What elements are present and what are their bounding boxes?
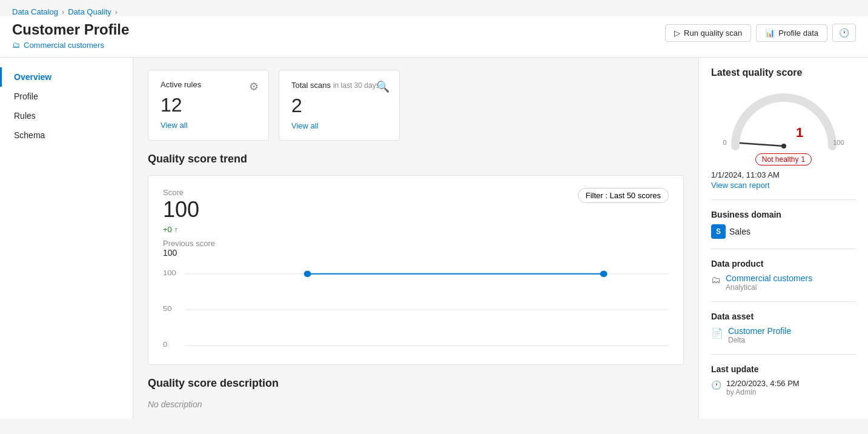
total-scans-subtitle: in last 30 days	[333, 81, 380, 90]
last-update-by: by Admin	[726, 388, 800, 396]
page-subtitle[interactable]: 🗂 Commercial customers	[12, 41, 129, 50]
sidebar-overview-label: Overview	[14, 72, 51, 82]
sidebar-profile-label: Profile	[14, 92, 38, 101]
page-header-right: ▷ Run quality scan 📊 Profile data 🕐	[665, 21, 856, 42]
profile-data-button[interactable]: 📊 Profile data	[756, 24, 827, 42]
chart-area: 100 50 0 12/30 1/1	[163, 267, 669, 352]
total-scans-card: Total scans in last 30 days 🔍 2 View all	[279, 70, 400, 141]
divider-1	[711, 199, 856, 200]
total-scans-icon: 🔍	[376, 80, 389, 93]
right-panel: Latest quality score 1 0 100 Not h	[698, 58, 868, 419]
history-button[interactable]: 🕐	[832, 24, 856, 42]
total-scans-title: Total scans	[291, 81, 331, 90]
gauge-wrapper: 1 0 100	[723, 85, 844, 146]
sidebar-item-overview[interactable]: Overview	[0, 67, 133, 87]
svg-line-10	[740, 143, 784, 146]
svg-point-11	[781, 144, 786, 149]
sidebar-item-rules[interactable]: Rules	[0, 106, 133, 125]
quality-description-text: No description	[148, 399, 684, 409]
main-content: Active rules ⚙ 12 View all Total scans i…	[133, 58, 698, 419]
page-title: Customer Profile	[12, 21, 129, 38]
domain-row: S Sales	[711, 224, 856, 239]
last-update-title: Last update	[711, 364, 856, 374]
data-product-title: Data product	[711, 259, 856, 269]
subtitle-icon: 🗂	[12, 41, 20, 50]
last-update-row: 🕐 12/20/2023, 4:56 PM by Admin	[711, 379, 856, 396]
active-rules-value: 12	[161, 94, 256, 116]
divider-3	[711, 301, 856, 302]
svg-text:50: 50	[163, 305, 172, 313]
data-asset-title: Data asset	[711, 312, 856, 321]
data-asset-icon: 📄	[711, 327, 723, 339]
change-direction: ↑	[174, 225, 178, 234]
run-quality-scan-button[interactable]: ▷ Run quality scan	[665, 24, 751, 42]
total-scans-title-group: Total scans in last 30 days	[291, 80, 387, 90]
quality-description-section: Quality score description No description	[148, 377, 684, 409]
prev-score-label: Previous score	[163, 239, 215, 248]
score-label: Score	[163, 188, 215, 197]
svg-text:1: 1	[796, 125, 803, 140]
last-update-info: 12/20/2023, 4:56 PM by Admin	[726, 379, 800, 396]
business-domain-title: Business domain	[711, 210, 856, 219]
stat-cards-row: Active rules ⚙ 12 View all Total scans i…	[148, 70, 684, 141]
scan-date: 1/1/2024, 11:03 AM	[711, 170, 856, 179]
active-rules-icon: ⚙	[249, 80, 259, 93]
data-product-name[interactable]: Commercial customers	[726, 273, 812, 283]
filter-button[interactable]: Filter : Last 50 scores	[578, 188, 669, 203]
data-asset-info: Customer Profile Delta	[728, 326, 791, 344]
sidebar-item-profile[interactable]: Profile	[0, 87, 133, 106]
chart-header: Score 100 +0 ↑ Previous score 100 Filter…	[163, 188, 669, 258]
quality-trend-chart: Score 100 +0 ↑ Previous score 100 Filter…	[148, 175, 684, 365]
data-asset-type: Delta	[728, 336, 791, 344]
profile-data-icon: 📊	[765, 28, 775, 38]
active-rules-view-all[interactable]: View all	[161, 121, 188, 130]
last-update-date: 12/20/2023, 4:56 PM	[726, 379, 800, 388]
domain-badge: S	[711, 224, 726, 239]
svg-point-7	[600, 270, 608, 277]
active-rules-card: Active rules ⚙ 12 View all	[148, 70, 269, 141]
sidebar-schema-label: Schema	[14, 130, 45, 140]
quality-trend-title: Quality score trend	[148, 153, 684, 165]
not-healthy-row: Not healthy 1	[711, 151, 856, 165]
latest-quality-score-title: Latest quality score	[711, 67, 856, 78]
gauge-container: 1 0 100	[711, 85, 856, 146]
score-value: 100	[163, 197, 215, 222]
sidebar: Overview Profile Rules Schema	[0, 58, 133, 419]
run-icon: ▷	[674, 28, 680, 38]
profile-data-label: Profile data	[778, 28, 818, 38]
main-layout: Overview Profile Rules Schema Active rul…	[0, 58, 868, 419]
svg-text:1/1: 1/1	[593, 351, 604, 352]
gauge-min: 0	[723, 139, 727, 146]
change-value: +0	[163, 225, 172, 234]
prev-score-value: 100	[163, 248, 215, 258]
last-update-icon: 🕐	[711, 380, 721, 390]
not-healthy-badge: Not healthy 1	[755, 153, 812, 165]
breadcrumb: Data Catalog › Data Quality ›	[0, 0, 868, 16]
active-rules-title: Active rules	[161, 80, 256, 89]
change-row: +0 ↑	[163, 225, 215, 234]
sidebar-rules-label: Rules	[14, 111, 36, 121]
data-asset-name[interactable]: Customer Profile	[728, 326, 791, 336]
breadcrumb-sep2: ›	[115, 7, 118, 16]
data-product-icon: 🗂	[711, 275, 721, 285]
gauge-max: 100	[833, 139, 844, 146]
svg-text:0: 0	[163, 341, 167, 349]
gauge-svg: 1	[723, 85, 844, 152]
subtitle-text: Commercial customers	[24, 41, 104, 50]
data-product-type: Analytical	[726, 283, 812, 292]
data-asset-row: 📄 Customer Profile Delta	[711, 326, 856, 344]
svg-point-6	[304, 270, 311, 277]
page-header-left: Customer Profile 🗂 Commercial customers	[12, 21, 129, 50]
total-scans-value: 2	[291, 95, 387, 117]
breadcrumb-data-quality[interactable]: Data Quality	[68, 7, 111, 16]
quality-description-title: Quality score description	[148, 377, 684, 390]
not-healthy-count: 1	[801, 155, 806, 164]
breadcrumb-sep1: ›	[62, 7, 64, 16]
data-product-row: 🗂 Commercial customers Analytical	[711, 273, 856, 292]
sidebar-item-schema[interactable]: Schema	[0, 125, 133, 145]
view-scan-report-link[interactable]: View scan report	[711, 181, 856, 190]
total-scans-view-all[interactable]: View all	[291, 121, 319, 130]
domain-name: Sales	[729, 227, 750, 236]
page-header: Customer Profile 🗂 Commercial customers …	[0, 16, 868, 58]
breadcrumb-data-catalog[interactable]: Data Catalog	[12, 7, 58, 16]
